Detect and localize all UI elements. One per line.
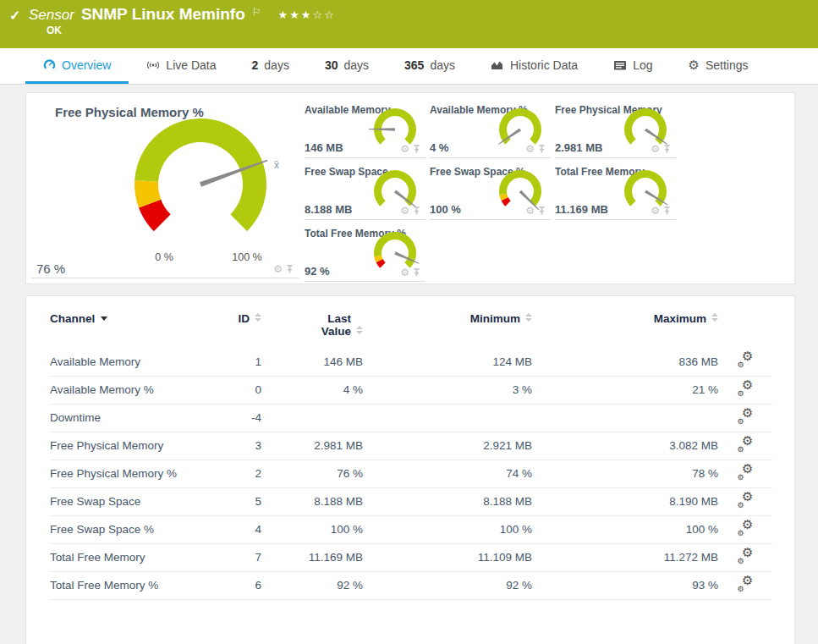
pin-icon[interactable] bbox=[413, 268, 420, 278]
column-header-minimum[interactable]: Minimum bbox=[363, 307, 532, 348]
gauge-actions: ⚙ bbox=[651, 206, 671, 216]
gauge-free-swap-space-pct: Free Swap Space % 100 % ⚙ bbox=[430, 160, 551, 220]
maximum-value: 21 % bbox=[532, 376, 718, 404]
gauge-chart: x̄ bbox=[116, 115, 294, 244]
gear-icon[interactable]: ⚙ bbox=[400, 267, 409, 278]
minimum-value: 74 % bbox=[363, 460, 532, 487]
column-header-id[interactable]: ID bbox=[211, 307, 261, 348]
channel-name: Free Physical Memory % bbox=[50, 460, 211, 487]
sensor-header: ✓ Sensor SNMP Linux Meminfo ⚐ ★★★☆☆ OK bbox=[0, 0, 818, 48]
pin-icon[interactable] bbox=[538, 145, 546, 154]
channel-id: 3 bbox=[211, 432, 261, 460]
tab-number: 30 bbox=[325, 58, 338, 72]
gear-icon[interactable]: ⚙ bbox=[651, 144, 660, 154]
channel-id: 0 bbox=[211, 376, 261, 404]
maximum-value: 11.272 MB bbox=[532, 543, 718, 571]
minimum-value: 2.921 MB bbox=[363, 432, 532, 460]
tab-label: days bbox=[343, 58, 369, 72]
gauge-value: 4 % bbox=[430, 141, 448, 154]
channel-settings-icon[interactable]: ⚙⚙ bbox=[738, 549, 754, 564]
column-header-channel[interactable]: Channel bbox=[50, 307, 211, 348]
channel-name: Free Swap Space % bbox=[50, 515, 211, 543]
sensor-tabs: Overview Live Data 2 days 30 days 365 da… bbox=[0, 48, 818, 85]
maximum-value bbox=[532, 404, 718, 432]
pin-icon[interactable] bbox=[286, 265, 294, 274]
maximum-value: 8.190 MB bbox=[532, 487, 718, 515]
tab-label: Settings bbox=[705, 58, 749, 72]
table-row: Total Free Memory % 6 92 % 92 % 93 % ⚙⚙ bbox=[50, 571, 772, 599]
column-header-actions bbox=[718, 307, 772, 348]
tab-live-data[interactable]: Live Data bbox=[129, 48, 233, 84]
channel-id: 6 bbox=[211, 571, 261, 599]
last-value: 92 % bbox=[261, 571, 363, 599]
minimum-value: 92 % bbox=[363, 571, 532, 599]
last-value bbox=[261, 404, 363, 432]
pin-icon[interactable] bbox=[538, 206, 546, 216]
gauge-total-free-memory-pct: Total Free Memory % 92 % ⚙ bbox=[305, 222, 425, 282]
column-header-maximum[interactable]: Maximum bbox=[532, 307, 718, 348]
sort-icon bbox=[255, 313, 261, 322]
gauge-actions: ⚙ bbox=[525, 144, 546, 154]
channel-settings-icon[interactable]: ⚙⚙ bbox=[738, 353, 754, 367]
tab-365-days[interactable]: 365 days bbox=[387, 48, 473, 84]
last-value: 2.981 MB bbox=[261, 432, 363, 460]
sort-desc-icon bbox=[101, 316, 107, 321]
channel-name: Free Physical Memory bbox=[50, 432, 211, 460]
channel-settings-icon[interactable]: ⚙⚙ bbox=[738, 438, 754, 452]
tab-overview[interactable]: Overview bbox=[25, 48, 129, 84]
channel-id: 2 bbox=[211, 460, 261, 487]
flag-icon[interactable]: ⚐ bbox=[252, 6, 261, 18]
priority-stars[interactable]: ★★★☆☆ bbox=[278, 8, 336, 21]
table-row: Available Memory % 0 4 % 3 % 21 % ⚙⚙ bbox=[50, 376, 772, 404]
channel-settings-icon[interactable]: ⚙⚙ bbox=[738, 382, 754, 396]
tab-historic-data[interactable]: Historic Data bbox=[473, 48, 596, 84]
pin-icon[interactable] bbox=[413, 145, 420, 154]
last-value: 76 % bbox=[261, 460, 363, 487]
tab-number: 365 bbox=[404, 58, 424, 72]
gear-icon[interactable]: ⚙ bbox=[525, 144, 535, 154]
pin-icon[interactable] bbox=[663, 206, 671, 216]
gauge-value: 76 % bbox=[36, 261, 65, 276]
channel-name: Free Swap Space bbox=[50, 487, 211, 515]
gauge-value: 92 % bbox=[305, 265, 330, 278]
channel-settings-icon[interactable]: ⚙⚙ bbox=[738, 521, 754, 536]
channel-settings-icon[interactable]: ⚙⚙ bbox=[738, 493, 754, 508]
channels-table-panel: Channel ID Last Value Minimum Maximum Av… bbox=[25, 295, 795, 644]
table-row: Free Physical Memory % 2 76 % 74 % 78 % … bbox=[50, 460, 772, 487]
gear-icon[interactable]: ⚙ bbox=[525, 206, 535, 216]
gauge-value: 2.981 MB bbox=[555, 141, 602, 154]
column-header-last-value[interactable]: Last Value bbox=[261, 307, 363, 348]
table-row: Free Physical Memory 3 2.981 MB 2.921 MB… bbox=[50, 432, 772, 460]
tab-label: days bbox=[430, 58, 455, 72]
tab-log[interactable]: Log bbox=[596, 48, 670, 84]
maximum-value: 93 % bbox=[532, 571, 718, 599]
tab-30-days[interactable]: 30 days bbox=[307, 48, 387, 84]
gauge-actions: ⚙ bbox=[651, 144, 671, 154]
channel-settings-icon[interactable]: ⚙⚙ bbox=[738, 410, 754, 424]
broadcast-icon bbox=[146, 59, 160, 71]
minimum-value: 11.109 MB bbox=[363, 543, 532, 571]
tab-2-days[interactable]: 2 days bbox=[234, 48, 307, 84]
tab-settings[interactable]: ⚙ Settings bbox=[670, 48, 766, 84]
table-row: Free Swap Space 5 8.188 MB 8.188 MB 8.19… bbox=[50, 487, 772, 515]
gauge-actions: ⚙ bbox=[525, 206, 546, 216]
channel-name: Downtime bbox=[50, 404, 211, 432]
channel-settings-icon[interactable]: ⚙⚙ bbox=[738, 577, 754, 592]
gear-icon[interactable]: ⚙ bbox=[400, 206, 409, 216]
gauge-actions: ⚙ bbox=[400, 267, 420, 278]
gauge-actions: ⚙ bbox=[273, 264, 294, 274]
channel-id: -4 bbox=[211, 404, 261, 432]
pin-icon[interactable] bbox=[413, 206, 420, 216]
maximum-value: 836 MB bbox=[532, 348, 718, 376]
gear-icon[interactable]: ⚙ bbox=[400, 144, 409, 154]
pin-icon[interactable] bbox=[663, 145, 671, 154]
gauge-max-label: 100 % bbox=[228, 251, 266, 263]
channels-table: Channel ID Last Value Minimum Maximum Av… bbox=[50, 307, 772, 600]
gear-icon[interactable]: ⚙ bbox=[651, 206, 660, 216]
gauge-total-free-memory: Total Free Memory 11.169 MB ⚙ bbox=[555, 160, 676, 220]
tab-number: 2 bbox=[252, 58, 259, 72]
gauge-value: 100 % bbox=[430, 203, 461, 216]
gear-icon[interactable]: ⚙ bbox=[273, 264, 283, 274]
channel-settings-icon[interactable]: ⚙⚙ bbox=[738, 465, 754, 480]
maximum-value: 78 % bbox=[532, 460, 718, 487]
